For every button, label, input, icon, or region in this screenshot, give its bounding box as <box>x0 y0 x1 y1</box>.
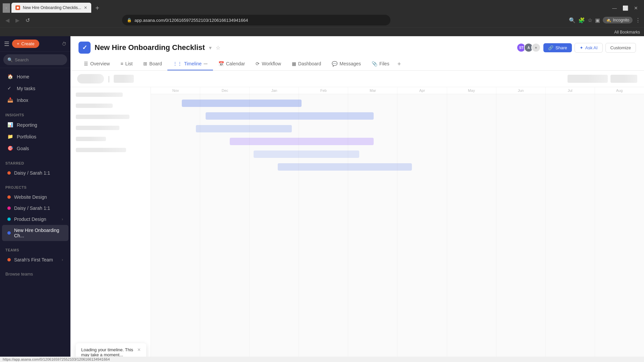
customize-button[interactable]: Customize <box>605 43 636 53</box>
sidebar-item-portfolios[interactable]: 📁 Portfolios <box>2 131 68 142</box>
project-header: ✓ New Hire Onboarding Checklist ▾ ☆ ST A… <box>70 36 644 71</box>
insights-section-label: Insights <box>0 109 70 118</box>
bookmarks-label[interactable]: All Bookmarks <box>614 30 640 35</box>
timeline-area: | <box>70 71 644 362</box>
avatar-group: ST A + <box>517 43 541 52</box>
teams-section-label: Teams <box>0 244 70 253</box>
timeline-left-col <box>70 87 151 362</box>
month-col-2: Dec <box>200 88 250 93</box>
plus-icon: + <box>17 41 19 46</box>
search-bar[interactable]: 🔍 Search <box>3 54 67 65</box>
back-button[interactable]: ◀ <box>3 15 11 25</box>
close-button[interactable]: ✕ <box>631 3 641 13</box>
sidebar-item-daisy-sarah-starred[interactable]: Daisy / Sarah 1:1 <box>2 168 68 178</box>
tab-board[interactable]: ⊞ Board <box>138 58 167 70</box>
sidebar-item-new-hire[interactable]: New Hire Onboarding Ch... <box>2 225 68 241</box>
address-bar[interactable]: 🔒 app.asana.com/0/1206165972552103/12061… <box>122 15 390 25</box>
tab-overview[interactable]: ☰ Overview <box>78 58 115 70</box>
starred-section-label: Starred <box>0 157 70 167</box>
projects-section-label: Projects <box>0 181 70 191</box>
tab-files[interactable]: 📎 Files <box>366 58 395 70</box>
title-star-icon[interactable]: ☆ <box>216 45 220 51</box>
sidebar-item-daisy-sarah-proj[interactable]: Daisy / Sarah 1:1 <box>2 203 68 214</box>
maximize-button[interactable]: ⬜ <box>620 3 631 13</box>
sidebar-item-my-tasks[interactable]: ✓ My tasks <box>2 83 68 94</box>
list-icon: ≡ <box>120 61 123 66</box>
sidebar-item-goals[interactable]: 🎯 Goals <box>2 143 68 154</box>
tab-calendar[interactable]: 📅 Calendar <box>213 58 251 70</box>
bar-4 <box>230 138 374 145</box>
sk-row-3 <box>76 115 129 119</box>
gantt-bars <box>151 94 644 176</box>
loading-line-1: Loading your timeline. This <box>81 347 133 352</box>
timeline-more-icon: ••• <box>204 62 208 66</box>
search-icon: 🔍 <box>7 57 13 62</box>
tab-dropdown[interactable]: ▾ <box>3 3 10 13</box>
sidebar-toggle-button[interactable]: ☰ <box>4 40 9 48</box>
month-col-8: Jun <box>496 88 545 93</box>
minimize-button[interactable]: — <box>609 3 620 13</box>
extensions-icon[interactable]: 🧩 <box>578 17 585 23</box>
project-tabs: ☰ Overview ≡ List ⊞ Board ⋮⋮ Timeline ••… <box>78 58 636 70</box>
loading-text: Loading your timeline. This may take a m… <box>81 347 133 357</box>
product-design-dot <box>7 218 11 221</box>
incognito-text: Incognito <box>613 18 629 22</box>
bar-2 <box>206 112 374 120</box>
incognito-badge[interactable]: 🕵 Incognito <box>603 17 633 23</box>
month-col-4: Feb <box>299 88 348 93</box>
portfolios-icon: 📁 <box>7 134 13 140</box>
tab-messages[interactable]: 💬 Messages <box>326 58 366 70</box>
url-text: app.asana.com/0/1206165972552103/1206166… <box>135 18 248 23</box>
tasks-icon: ✓ <box>7 85 13 92</box>
date-header-row: Nov Dec Jan Feb Mar Apr May Jun Jul Aug <box>151 87 644 94</box>
create-button[interactable]: + Create <box>12 40 39 48</box>
sidebar-item-sarahs-team[interactable]: Sarah's First Team › <box>2 254 68 265</box>
new-hire-dot <box>7 231 11 235</box>
search-browser-icon[interactable]: 🔍 <box>569 17 576 23</box>
tab-list[interactable]: ≡ List <box>115 58 138 70</box>
sidebar-item-reporting[interactable]: 📊 Reporting <box>2 119 68 131</box>
browser-menu-icon[interactable]: ⋮ <box>635 17 641 23</box>
share-button[interactable]: 🔗 Share <box>543 43 572 52</box>
sk-row-4 <box>76 126 119 130</box>
team-expand-icon[interactable]: › <box>62 257 63 262</box>
incognito-icon: 🕵 <box>606 18 611 22</box>
toast-close-button[interactable]: ✕ <box>137 347 141 352</box>
dashboard-icon: ▦ <box>292 61 296 66</box>
sidebar-item-inbox[interactable]: 📥 Inbox <box>2 95 68 106</box>
bar-1 <box>182 100 302 107</box>
new-tab-button[interactable]: + <box>93 3 102 13</box>
month-col-5: Mar <box>348 88 397 93</box>
sidebar-item-website-design[interactable]: Website Design <box>2 192 68 202</box>
forward-button[interactable]: ▶ <box>13 15 21 25</box>
sidebar-toggle-icon[interactable]: ▣ <box>595 17 600 23</box>
active-tab[interactable]: New Hire Onboarding Checklis... ✕ <box>11 3 91 13</box>
avatar-more[interactable]: + <box>531 43 541 52</box>
bookmark-icon[interactable]: ☆ <box>588 17 592 23</box>
board-icon: ⊞ <box>143 61 147 66</box>
browse-teams-link[interactable]: Browse teams <box>0 268 70 280</box>
askai-button[interactable]: ✦ Ask AI <box>575 43 603 53</box>
sidebar-item-home[interactable]: 🏠 Home <box>2 71 68 82</box>
skeleton-nav <box>114 75 134 83</box>
month-col-6: Apr <box>397 88 447 93</box>
title-chevron-icon[interactable]: ▾ <box>209 45 212 51</box>
svg-point-0 <box>17 7 19 9</box>
history-icon[interactable]: ⏱ <box>62 41 66 47</box>
tab-workflow[interactable]: ⟳ Workflow <box>250 58 286 70</box>
tab-close-icon[interactable]: ✕ <box>84 5 87 10</box>
reload-button[interactable]: ↺ <box>23 15 32 25</box>
bar-5 <box>254 150 359 158</box>
gantt-row-4 <box>151 135 644 148</box>
sidebar-item-product-design[interactable]: Product Design › <box>2 214 68 225</box>
product-design-expand[interactable]: › <box>62 217 63 222</box>
inbox-icon: 📥 <box>7 97 13 103</box>
add-tab-button[interactable]: + <box>395 58 404 70</box>
daisy-proj-dot <box>7 206 11 210</box>
bar-3 <box>196 125 292 132</box>
status-url: https://app.asana.com/0/1206165972552103… <box>3 357 110 361</box>
tab-dashboard[interactable]: ▦ Dashboard <box>286 58 327 70</box>
gantt-row-6 <box>151 161 644 173</box>
share-icon: 🔗 <box>548 45 553 50</box>
tab-timeline[interactable]: ⋮⋮ Timeline ••• <box>167 58 213 70</box>
